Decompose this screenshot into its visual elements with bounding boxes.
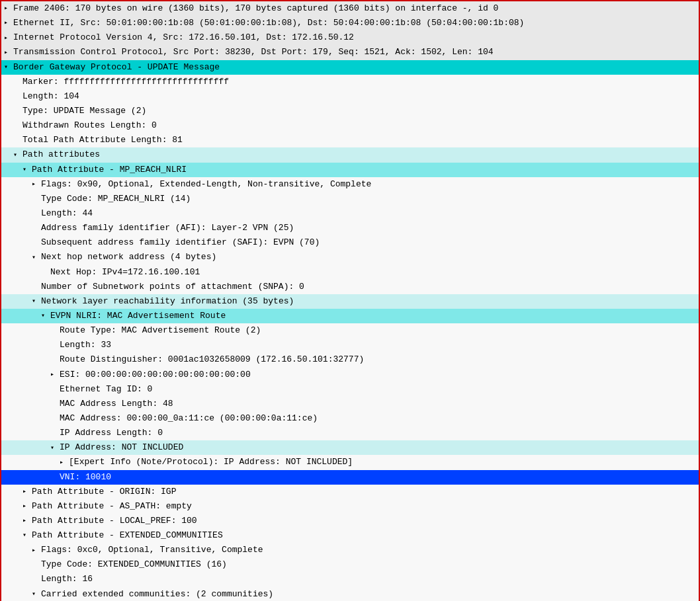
line-text-0: Frame 2406: 170 bytes on wire (1360 bits…	[13, 2, 498, 15]
expand-icon-19	[32, 280, 41, 294]
line-text-40: Carried extended communities: (2 communi…	[41, 588, 273, 601]
packet-line-12[interactable]: ▸ Flags: 0x90, Optional, Extended-Length…	[1, 177, 699, 192]
expand-icon-13	[32, 192, 41, 206]
packet-line-17[interactable]: ▾ Next hop network address (4 bytes)	[1, 250, 699, 264]
packet-line-6[interactable]: Length: 104	[1, 89, 699, 104]
line-text-31: [Expert Info (Note/Protocol): IP Address…	[69, 456, 353, 469]
expand-icon-18	[41, 266, 50, 279]
packet-line-23[interactable]: Length: 33	[1, 338, 699, 352]
expand-icon-1[interactable]: ▸	[4, 18, 12, 28]
line-text-30: IP Address: NOT INCLUDED	[60, 441, 183, 454]
packet-line-10[interactable]: ▾ Path attributes	[1, 147, 699, 162]
packet-line-3[interactable]: ▸ Transmission Control Protocol, Src Por…	[1, 45, 699, 60]
line-text-13: Type Code: MP_REACH_NLRI (14)	[41, 192, 191, 206]
expand-icon-2[interactable]: ▸	[4, 33, 12, 44]
line-text-26: Ethernet Tag ID: 0	[60, 383, 152, 396]
packet-line-24[interactable]: Route Distinguisher: 0001ac1032658009 (1…	[1, 352, 699, 367]
packet-line-19[interactable]: Number of Subnetwork points of attachmen…	[1, 280, 699, 294]
packet-line-0[interactable]: ▸ Frame 2406: 170 bytes on wire (1360 bi…	[1, 1, 699, 16]
expand-icon-6	[13, 90, 22, 103]
packet-line-14[interactable]: Length: 44	[1, 206, 699, 221]
packet-line-7[interactable]: Type: UPDATE Message (2)	[1, 104, 699, 118]
expand-icon-7	[13, 104, 22, 118]
line-text-4: Border Gateway Protocol - UPDATE Message	[13, 61, 220, 74]
packet-line-22[interactable]: Route Type: MAC Advertisement Route (2)	[1, 323, 699, 338]
line-text-35: Path Attribute - LOCAL_PREF: 100	[32, 514, 197, 528]
packet-line-39[interactable]: Length: 16	[1, 572, 699, 586]
expand-icon-20[interactable]: ▾	[32, 296, 40, 307]
line-text-36: Path Attribute - EXTENDED_COMMUNITIES	[32, 529, 223, 542]
expand-icon-31[interactable]: ▸	[60, 458, 67, 468]
packet-line-26[interactable]: Ethernet Tag ID: 0	[1, 382, 699, 397]
packet-line-36[interactable]: ▾ Path Attribute - EXTENDED_COMMUNITIES	[1, 528, 699, 543]
packet-line-32[interactable]: VNI: 10010	[1, 470, 699, 485]
expand-icon-24	[50, 353, 60, 366]
expand-icon-22	[50, 324, 60, 337]
expand-icon-4[interactable]: ▾	[4, 62, 12, 73]
expand-icon-28	[50, 412, 60, 425]
expand-icon-32	[50, 471, 60, 484]
expand-icon-14	[32, 207, 41, 220]
line-text-21: EVPN NLRI: MAC Advertisement Route	[50, 309, 226, 323]
expand-icon-12[interactable]: ▸	[32, 179, 40, 190]
expand-icon-10[interactable]: ▾	[13, 150, 21, 161]
packet-line-40[interactable]: ▾ Carried extended communities: (2 commu…	[1, 587, 699, 601]
packet-line-21[interactable]: ▾ EVPN NLRI: MAC Advertisement Route	[1, 309, 699, 323]
packet-line-25[interactable]: ▸ ESI: 00:00:00:00:00:00:00:00:00:00:00	[1, 368, 699, 382]
expand-icon-11[interactable]: ▾	[22, 165, 30, 175]
line-text-2: Internet Protocol Version 4, Src: 172.16…	[13, 31, 354, 44]
expand-icon-21[interactable]: ▾	[41, 311, 49, 321]
packet-line-16[interactable]: Subsequent address family identifier (SA…	[1, 235, 699, 250]
expand-icon-37[interactable]: ▸	[32, 545, 40, 556]
packet-line-35[interactable]: ▸ Path Attribute - LOCAL_PREF: 100	[1, 514, 699, 528]
expand-icon-3[interactable]: ▸	[4, 48, 12, 58]
packet-line-31[interactable]: ▸ [Expert Info (Note/Protocol): IP Addre…	[1, 455, 699, 469]
packet-line-2[interactable]: ▸ Internet Protocol Version 4, Src: 172.…	[1, 30, 699, 45]
expand-icon-15	[32, 221, 41, 235]
line-text-34: Path Attribute - AS_PATH: empty	[32, 500, 192, 513]
expand-icon-29	[50, 426, 60, 440]
expand-icon-8	[13, 119, 22, 132]
expand-icon-36[interactable]: ▾	[22, 530, 30, 541]
packet-line-1[interactable]: ▸ Ethernet II, Src: 50:01:00:00:1b:08 (5…	[1, 16, 699, 30]
packet-line-15[interactable]: Address family identifier (AFI): Layer-2…	[1, 221, 699, 235]
line-text-27: MAC Address Length: 48	[60, 397, 173, 411]
expand-icon-16	[32, 236, 41, 249]
packet-line-33[interactable]: ▸ Path Attribute - ORIGIN: IGP	[1, 485, 699, 499]
expand-icon-30[interactable]: ▾	[50, 443, 58, 454]
packet-line-34[interactable]: ▸ Path Attribute - AS_PATH: empty	[1, 499, 699, 514]
packet-line-9[interactable]: Total Path Attribute Length: 81	[1, 133, 699, 147]
expand-icon-9	[13, 134, 22, 147]
line-text-24: Route Distinguisher: 0001ac1032658009 (1…	[60, 353, 364, 366]
line-text-18: Next Hop: IPv4=172.16.100.101	[50, 266, 200, 279]
expand-icon-33[interactable]: ▸	[22, 487, 30, 497]
expand-icon-25[interactable]: ▸	[50, 370, 58, 380]
line-text-8: Withdrawn Routes Length: 0	[22, 119, 157, 132]
line-text-32: VNI: 10010	[60, 471, 111, 484]
expand-icon-38	[32, 558, 41, 571]
expand-icon-0[interactable]: ▸	[4, 3, 12, 14]
expand-icon-35[interactable]: ▸	[22, 516, 30, 526]
line-text-3: Transmission Control Protocol, Src Port:…	[13, 46, 494, 59]
packet-line-29[interactable]: IP Address Length: 0	[1, 426, 699, 440]
packet-line-4[interactable]: ▾ Border Gateway Protocol - UPDATE Messa…	[1, 60, 699, 75]
packet-line-27[interactable]: MAC Address Length: 48	[1, 397, 699, 411]
line-text-7: Type: UPDATE Message (2)	[22, 104, 146, 118]
packet-line-5[interactable]: Marker: ffffffffffffffffffffffffffffffff	[1, 75, 699, 89]
line-text-12: Flags: 0x90, Optional, Extended-Length, …	[41, 178, 371, 191]
packet-line-28[interactable]: MAC Address: 00:00:00_0a:11:ce (00:00:00…	[1, 411, 699, 426]
packet-line-30[interactable]: ▾ IP Address: NOT INCLUDED	[1, 440, 699, 455]
expand-icon-40[interactable]: ▾	[32, 589, 40, 600]
line-text-6: Length: 104	[22, 90, 79, 103]
packet-line-18[interactable]: Next Hop: IPv4=172.16.100.101	[1, 265, 699, 280]
expand-icon-34[interactable]: ▸	[22, 501, 30, 512]
packet-line-37[interactable]: ▸ Flags: 0xc0, Optional, Transitive, Com…	[1, 543, 699, 557]
packet-line-8[interactable]: Withdrawn Routes Length: 0	[1, 118, 699, 133]
packet-line-11[interactable]: ▾ Path Attribute - MP_REACH_NLRI	[1, 163, 699, 177]
line-text-25: ESI: 00:00:00:00:00:00:00:00:00:00:00	[60, 368, 251, 381]
packet-line-20[interactable]: ▾ Network layer reachability information…	[1, 294, 699, 309]
packet-line-13[interactable]: Type Code: MP_REACH_NLRI (14)	[1, 192, 699, 206]
expand-icon-17[interactable]: ▾	[32, 253, 40, 263]
packet-line-38[interactable]: Type Code: EXTENDED_COMMUNITIES (16)	[1, 557, 699, 572]
expand-icon-27	[50, 397, 60, 411]
